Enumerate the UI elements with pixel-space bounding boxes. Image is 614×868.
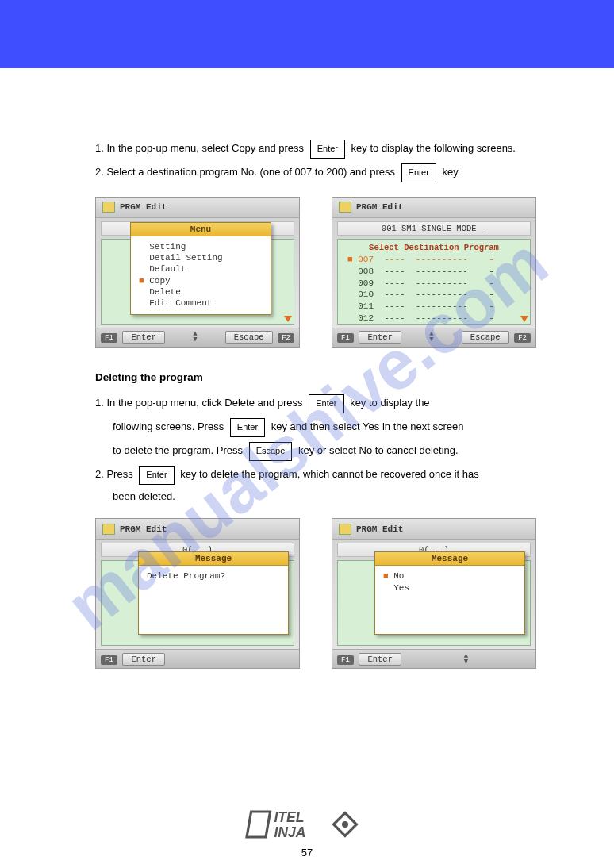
f1-key-icon: F1	[337, 333, 354, 343]
text: 2. Press	[95, 468, 133, 480]
updown-icon: ▲▼	[193, 332, 197, 343]
menu-item-delete[interactable]: Delete	[139, 286, 263, 298]
delete-step-1a: 1. In the pop-up menu, click Delete and …	[95, 394, 566, 413]
text: key.	[443, 166, 461, 178]
message-popup: Message No Yes	[374, 551, 525, 635]
text: 1. In the pop-up menu, click Delete and …	[95, 397, 303, 409]
f2-key-icon: F2	[278, 333, 294, 343]
window-titlebar: PRGM Edit	[332, 519, 535, 540]
top-banner	[0, 0, 614, 68]
popup-body: Setting Detail Setting Default Copy Dele…	[131, 236, 271, 314]
copy-step-1: 1. In the pop-up menu, select Copy and p…	[95, 140, 566, 159]
list-area: Select Destination Program 007 ---- ----…	[337, 239, 531, 325]
window-titlebar: PRGM Edit	[96, 519, 299, 540]
option-no[interactable]: No	[383, 570, 516, 582]
window-titlebar: PRGM Edit	[96, 198, 299, 218]
window-title: PRGM Edit	[356, 524, 403, 534]
message-popup: Message Delete Program?	[138, 551, 289, 635]
message-text: Delete Program?	[147, 570, 280, 582]
f1-key-icon: F1	[337, 655, 354, 665]
enter-button[interactable]: Enter	[359, 653, 401, 666]
screenshot-delete-yesno: PRGM Edit 0(...) Message No Yes F1 Enter…	[332, 518, 536, 669]
page-content: 1. In the pop-up menu, select Copy and p…	[0, 68, 614, 669]
menu-item-default[interactable]: Default	[139, 263, 263, 275]
program-header-row: 001 SM1 SINGLE MODE -	[337, 221, 531, 236]
brand-logo: ITEL INJA	[244, 805, 370, 843]
scroll-down-icon	[520, 316, 528, 322]
enter-button[interactable]: Enter	[122, 331, 165, 344]
page-footer: ITEL INJA 57	[0, 805, 614, 858]
copy-step-2: 2. Select a destination program No. (one…	[95, 163, 566, 182]
window-titlebar: PRGM Edit	[332, 198, 535, 218]
destination-list: 007 ---- ---------- - 008 ---- ---------…	[347, 254, 525, 325]
text: key to delete the program, which cannot …	[180, 468, 479, 480]
svg-point-0	[342, 821, 348, 828]
f1-key-icon: F1	[101, 333, 117, 343]
popup-body: No Yes	[375, 566, 524, 634]
menu-item-setting[interactable]: Setting	[139, 241, 263, 252]
delete-step-1c: to delete the program. Press Escape key …	[95, 442, 566, 461]
flag-icon	[339, 202, 351, 213]
list-item[interactable]: 011 ---- ---------- -	[347, 301, 525, 313]
flag-icon	[102, 202, 115, 213]
window-title: PRGM Edit	[356, 202, 403, 212]
escape-button[interactable]: Escape	[462, 331, 509, 344]
enter-key-ref: Enter	[310, 140, 345, 159]
enter-key-ref: Enter	[309, 394, 343, 413]
button-bar: F1 Enter	[96, 649, 299, 668]
page-number: 57	[0, 847, 614, 858]
list-area: Menu Setting Detail Setting Default Copy…	[101, 239, 294, 325]
enter-button[interactable]: Enter	[359, 331, 401, 344]
scroll-down-icon	[284, 316, 292, 322]
text: to delete the program. Press	[113, 444, 243, 456]
flag-icon	[102, 524, 115, 535]
updown-icon: ▲▼	[464, 654, 468, 665]
popup-title: Menu	[131, 223, 271, 236]
text: key and then select Yes in the next scre…	[271, 421, 464, 432]
logo-text-2: INJA	[274, 824, 305, 840]
screenshot-row-2: PRGM Edit 0(...) Message Delete Program?…	[95, 518, 566, 669]
list-item[interactable]: 012 ---- ---------- -	[347, 313, 525, 325]
menu-item-copy[interactable]: Copy	[139, 275, 263, 286]
context-menu-popup: Menu Setting Detail Setting Default Copy…	[130, 222, 271, 315]
delete-step-2: 2. Press Enter key to delete the program…	[95, 466, 566, 485]
text: following screens. Press	[113, 421, 224, 432]
text: key to display the following screens.	[351, 142, 516, 154]
text: key to display the	[350, 397, 429, 409]
list-item[interactable]: 010 ---- ---------- -	[347, 289, 525, 301]
button-bar: F1 Enter ▲▼	[332, 649, 535, 668]
delete-section-title: Deleting the program	[95, 371, 566, 383]
text: key or select No to cancel deleting.	[298, 444, 459, 456]
list-item[interactable]: 007 ---- ---------- -	[347, 254, 525, 266]
screenshot-menu-popup: PRGM Edit 0(...) Menu Setting Detail Set…	[95, 197, 300, 348]
escape-button[interactable]: Escape	[225, 331, 273, 344]
button-bar: F1 Enter ▲▼ Escape F2	[96, 328, 299, 347]
list-item[interactable]: 008 ---- ---------- -	[347, 266, 525, 278]
updown-icon: ▲▼	[429, 332, 433, 343]
screenshot-destination-list: PRGM Edit 001 SM1 SINGLE MODE - Select D…	[332, 197, 536, 348]
list-item[interactable]: 009 ---- ---------- -	[347, 278, 525, 290]
destination-header: Select Destination Program	[343, 243, 525, 252]
flag-icon	[339, 524, 351, 535]
screenshot-delete-confirm: PRGM Edit 0(...) Message Delete Program?…	[95, 518, 300, 669]
menu-item-edit-comment[interactable]: Edit Comment	[139, 298, 263, 309]
popup-title: Message	[375, 552, 524, 566]
f2-key-icon: F2	[514, 333, 531, 343]
logo-text-1: ITEL	[274, 809, 304, 825]
button-bar: F1 Enter ▲▼ Escape F2	[332, 328, 535, 347]
f1-key-icon: F1	[101, 655, 117, 665]
window-title: PRGM Edit	[120, 524, 167, 534]
list-area: Message Delete Program?	[101, 560, 294, 646]
delete-step-1b: following screens. Press Enter key and t…	[95, 418, 566, 437]
text: 2. Select a destination program No. (one…	[95, 166, 395, 178]
menu-item-detail-setting[interactable]: Detail Setting	[139, 252, 263, 263]
option-yes[interactable]: Yes	[383, 582, 516, 593]
enter-key-ref: Enter	[401, 163, 436, 182]
enter-button[interactable]: Enter	[122, 653, 165, 666]
enter-key-ref: Enter	[139, 466, 174, 485]
delete-step-2b: been deleted.	[95, 490, 566, 505]
list-area: Message No Yes	[337, 560, 531, 646]
popup-title: Message	[139, 552, 288, 566]
screenshot-row-1: PRGM Edit 0(...) Menu Setting Detail Set…	[95, 197, 566, 348]
window-title: PRGM Edit	[120, 202, 167, 212]
